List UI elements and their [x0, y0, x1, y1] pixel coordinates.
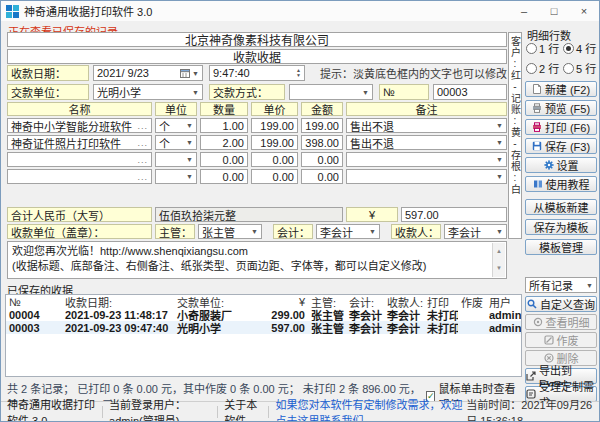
- void-button[interactable]: 作废: [525, 332, 597, 348]
- item-amount-input[interactable]: 0.00: [301, 169, 343, 184]
- table-row-cell[interactable]: 李会计: [384, 308, 424, 321]
- item-price-input[interactable]: 199.00: [251, 135, 298, 150]
- template-manager-button[interactable]: 模板管理: [525, 239, 597, 255]
- save-as-template-button[interactable]: 保存为模板: [525, 219, 597, 235]
- records-filter-dropdown[interactable]: 所有记录 ▼: [525, 277, 597, 293]
- note-scrollbar[interactable]: ▲▼: [492, 243, 505, 277]
- item-name-input[interactable]: 神奇中小学智能分班软件...: [7, 118, 152, 133]
- item-unit-combo[interactable]: ▼: [155, 152, 197, 167]
- item-unit-combo[interactable]: 个▼: [155, 135, 197, 150]
- radio-5-rows[interactable]: 5 行: [563, 60, 599, 76]
- date-picker[interactable]: 2021/ 9/23 ▼: [93, 65, 203, 81]
- item-amount-input[interactable]: 0.00: [301, 152, 343, 167]
- item-remark-combo[interactable]: ▼: [346, 152, 507, 167]
- item-remark-combo[interactable]: 售出不退▼: [346, 118, 507, 133]
- table-row-cell[interactable]: 张主管: [308, 308, 346, 321]
- item-remark-combo[interactable]: ▼: [346, 169, 507, 184]
- time-field[interactable]: 9:47:40 ▲▼: [209, 65, 305, 81]
- preview-button[interactable]: 预览 (F5): [525, 100, 597, 116]
- payee-label: 收款人：: [391, 224, 441, 239]
- dropdown-arrow: ▼: [367, 228, 376, 235]
- table-row-cell[interactable]: [458, 308, 486, 321]
- radio-icon: [526, 43, 537, 54]
- more-button[interactable]: ...: [137, 172, 148, 182]
- table-row-cell[interactable]: 597.00: [252, 321, 308, 334]
- radio-icon: [563, 63, 574, 74]
- settings-button[interactable]: 设置: [525, 157, 597, 173]
- manager-combo[interactable]: 张主管▼: [198, 224, 262, 239]
- table-row-cell[interactable]: 00004: [6, 308, 62, 321]
- item-amount-input[interactable]: 398.00: [301, 135, 343, 150]
- table-row-cell[interactable]: 小奇服装厂: [174, 308, 252, 321]
- item-price-input[interactable]: 0.00: [251, 152, 298, 167]
- new-doc-icon: [532, 84, 542, 94]
- footer-note-textarea[interactable]: 欢迎您再次光临！http://www.shenqixiangsu.com (收据…: [7, 241, 507, 279]
- table-row-cell[interactable]: 299.00: [252, 308, 308, 321]
- item-price-input[interactable]: 0.00: [251, 169, 298, 184]
- item-amount-input[interactable]: 199.00: [301, 118, 343, 133]
- item-name-input[interactable]: 神奇证件照片打印软件...: [7, 135, 152, 150]
- about-link[interactable]: 关于本软件: [224, 396, 262, 422]
- save-icon: [532, 141, 542, 151]
- item-qty-input[interactable]: 1.00: [200, 118, 248, 133]
- time-spinner[interactable]: ▲▼: [296, 68, 301, 78]
- saved-col-user: 用户: [486, 295, 521, 308]
- item-price-input[interactable]: 199.00: [251, 118, 298, 133]
- table-row-cell[interactable]: 张主管: [308, 321, 346, 334]
- table-row-cell[interactable]: 00003: [6, 321, 62, 334]
- print-button[interactable]: 打印 (F6): [525, 119, 597, 135]
- radio-4-rows[interactable]: 4 行: [563, 40, 599, 56]
- dropdown-arrow: ▼: [184, 173, 193, 180]
- table-row-cell[interactable]: admin: [486, 321, 521, 334]
- method-combo[interactable]: ▼: [289, 84, 373, 100]
- item-qty-input[interactable]: 2.00: [200, 135, 248, 150]
- item-unit-combo[interactable]: ▼: [155, 169, 197, 184]
- custom-query-button[interactable]: 自定义查询: [525, 296, 597, 312]
- tutorial-button[interactable]: 使用教程: [525, 176, 597, 192]
- total-capital-value: 伍佰玖拾柒元整: [155, 207, 343, 222]
- table-row-cell[interactable]: 未打印: [424, 308, 458, 321]
- accountant-combo[interactable]: 李会计▼: [316, 224, 380, 239]
- item-unit-combo[interactable]: 个▼: [155, 118, 197, 133]
- table-row-cell[interactable]: [458, 321, 486, 334]
- payer-combo[interactable]: 光明小学 ▼: [93, 84, 203, 100]
- receipt-no-label: №: [379, 84, 429, 100]
- item-name-input[interactable]: ...: [7, 152, 152, 167]
- item-qty-input[interactable]: 0.00: [200, 169, 248, 184]
- table-row-cell[interactable]: 李会计: [384, 321, 424, 334]
- receipt-no-input[interactable]: 00003: [433, 84, 507, 100]
- table-row-cell[interactable]: 2021-09-23 11:48:17: [62, 308, 174, 321]
- payee-combo[interactable]: 李会计▼: [444, 224, 507, 239]
- view-detail-button[interactable]: 查看明细: [525, 314, 597, 330]
- saved-col-date: 收款日期:: [62, 295, 174, 308]
- item-qty-input[interactable]: 0.00: [200, 152, 248, 167]
- table-row-cell[interactable]: 李会计: [346, 321, 384, 334]
- table-row-cell[interactable]: 未打印: [424, 321, 458, 334]
- more-button[interactable]: ...: [137, 138, 148, 148]
- company-name-input[interactable]: 北京神奇像素科技有限公司: [7, 32, 507, 47]
- total-amount-input[interactable]: 597.00: [401, 207, 507, 222]
- dropdown-arrow: ▼: [494, 228, 503, 235]
- item-remark-combo[interactable]: 售出不退▼: [346, 135, 507, 150]
- contact-link[interactable]: 如果您对本软件有定制修改需求，欢迎点击这里联系我们: [275, 396, 466, 422]
- save-button[interactable]: 保存 (F3): [525, 138, 597, 154]
- radio-1-row[interactable]: 1 行: [526, 40, 563, 56]
- more-button[interactable]: ...: [137, 121, 148, 131]
- new-from-template-button[interactable]: 从模板新建: [525, 199, 597, 215]
- preview-icon: [532, 103, 542, 113]
- table-row-cell[interactable]: 李会计: [346, 308, 384, 321]
- table-row-cell[interactable]: 光明小学: [174, 321, 252, 334]
- app-window: 神奇通用收据打印软件 3.0 – □ × 正在查看已保存的记录 北京神奇像素科技…: [0, 0, 600, 422]
- radio-2-rows[interactable]: 2 行: [526, 60, 563, 76]
- print-icon: [532, 122, 542, 132]
- saved-col-void: 作废: [458, 295, 486, 308]
- new-button[interactable]: 新建 (F2): [525, 81, 597, 97]
- item-name-input[interactable]: ...: [7, 169, 152, 184]
- scroll-up-icon[interactable]: ▲: [496, 244, 502, 259]
- more-button[interactable]: ...: [137, 155, 148, 165]
- receipt-title-input[interactable]: 收款收据: [7, 49, 507, 64]
- table-row-cell[interactable]: admin: [486, 308, 521, 321]
- table-row-cell[interactable]: 2021-09-23 09:47:40: [62, 321, 174, 334]
- scroll-down-icon[interactable]: ▼: [496, 261, 502, 276]
- date-label: 收款日期：: [7, 65, 89, 81]
